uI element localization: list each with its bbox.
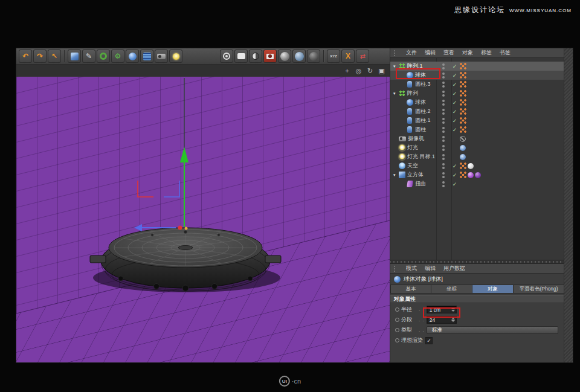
enabled-check-icon[interactable]: ✓ [451, 109, 459, 115]
tab-phong[interactable]: 平滑着色(Phong) [514, 284, 564, 294]
visibility-dots[interactable] [436, 152, 451, 161]
menubar-grip-icon[interactable] [394, 266, 396, 272]
visibility-dots[interactable] [436, 143, 451, 152]
light-tool-icon[interactable] [169, 50, 182, 63]
enabled-check-icon[interactable]: ✓ [451, 181, 459, 187]
deformer-gear-icon[interactable]: ⚙ [111, 50, 124, 63]
phong-tag-icon[interactable] [460, 126, 466, 133]
array-instance-icon[interactable] [140, 50, 153, 63]
viewport-rotate-icon[interactable]: ↻ [366, 66, 375, 76]
enabled-check-icon[interactable]: ✓ [451, 91, 459, 97]
object-properties-section-header[interactable]: 对象属性 [390, 295, 564, 303]
cube-primitive-icon[interactable] [68, 50, 81, 63]
tree-row-bend[interactable]: 扭曲 ✓ [390, 179, 564, 188]
menu-edit[interactable]: 编辑 [425, 49, 436, 57]
render-perfect-checkbox[interactable]: ✓ [425, 337, 433, 344]
expand-arrow-icon[interactable]: ▾ [393, 91, 399, 96]
tree-row-cylinder-1[interactable]: 圆柱.1 ✓ [390, 116, 564, 125]
object-label[interactable]: 天空 [407, 162, 418, 170]
menu-bookmarks[interactable]: 书签 [500, 49, 511, 57]
enabled-check-icon[interactable]: ✓ [451, 82, 459, 88]
material-sphere-blue-icon[interactable] [292, 50, 306, 63]
object-label[interactable]: 圆柱.3 [415, 80, 431, 88]
stepper-icon[interactable] [451, 318, 455, 322]
visibility-dots[interactable] [436, 89, 451, 98]
menu-user-data[interactable]: 用户数据 [443, 265, 465, 272]
phong-tag-icon[interactable] [460, 162, 466, 169]
visibility-dots[interactable] [436, 134, 451, 143]
type-dropdown[interactable]: 标准 [427, 326, 558, 334]
tree-row-camera[interactable]: 摄像机 [390, 134, 564, 143]
tab-coordinates[interactable]: 坐标 [431, 284, 472, 294]
object-label[interactable]: 立方体 [407, 171, 424, 179]
texture-tag-icon[interactable] [468, 163, 474, 169]
camera-tool-icon[interactable] [155, 50, 168, 63]
object-label[interactable]: 灯光 [407, 144, 418, 152]
viewport-pan-icon[interactable]: + [343, 66, 352, 76]
enabled-check-icon[interactable]: ✓ [451, 163, 459, 169]
panel-splitter[interactable] [390, 260, 564, 264]
enabled-check-icon[interactable]: ✓ [451, 100, 459, 106]
tab-object[interactable]: 对象 [472, 284, 514, 294]
phong-tag-icon[interactable] [460, 172, 466, 178]
window-right-grip[interactable] [564, 48, 573, 362]
viewport-toggle-icon[interactable]: ▣ [377, 66, 386, 76]
object-label[interactable]: 圆柱.1 [415, 117, 431, 124]
phong-tag-icon[interactable] [460, 63, 466, 69]
menu-edit-attr[interactable]: 编辑 [425, 265, 436, 272]
phong-tag-icon[interactable] [460, 90, 466, 97]
object-label[interactable]: 灯光.目标.1 [407, 153, 435, 161]
tab-basic[interactable]: 基本 [390, 284, 431, 294]
viewport-canvas[interactable] [16, 77, 390, 362]
tree-row-sky[interactable]: 天空 ✓ [390, 161, 564, 170]
tree-row-light-target[interactable]: 灯光.目标.1 [390, 152, 564, 161]
coordinate-system-icon[interactable]: X [341, 50, 355, 63]
tree-row-sphere-2[interactable]: 球体 ✓ [390, 98, 564, 107]
undo-icon[interactable]: ↶ [19, 50, 32, 63]
visibility-dots[interactable] [436, 98, 451, 107]
material-sphere-gray-icon[interactable] [278, 50, 291, 63]
render-region-icon[interactable] [234, 50, 248, 63]
visibility-dots[interactable] [436, 170, 451, 179]
axis-swap-icon[interactable]: ⇄ [356, 50, 369, 63]
phong-tag-icon[interactable] [460, 117, 466, 124]
render-view-icon[interactable] [220, 50, 233, 63]
generator-icon[interactable] [97, 50, 110, 63]
enabled-check-icon[interactable]: ✓ [451, 118, 459, 124]
visibility-dots[interactable] [436, 179, 451, 188]
interactive-render-icon[interactable] [263, 50, 277, 63]
render-settings-icon[interactable] [249, 50, 262, 63]
menu-file[interactable]: 文件 [406, 49, 417, 57]
expand-arrow-icon[interactable]: ▾ [393, 173, 399, 178]
enabled-check-icon[interactable]: ✓ [451, 63, 459, 69]
visibility-dots[interactable] [436, 161, 451, 170]
phong-tag-icon[interactable] [460, 72, 466, 79]
menu-tags[interactable]: 标签 [481, 49, 492, 57]
object-label[interactable]: 圆柱 [415, 126, 426, 133]
menu-view[interactable]: 查看 [443, 49, 454, 57]
visibility-dots[interactable] [436, 107, 451, 116]
menu-object[interactable]: 对象 [462, 49, 473, 57]
live-selection-icon[interactable]: ↖ [48, 50, 61, 63]
object-label[interactable]: 扭曲 [415, 180, 426, 188]
texture-tag-icon[interactable] [468, 172, 474, 178]
phong-tag-icon[interactable] [460, 108, 466, 115]
visibility-dots[interactable] [436, 125, 451, 134]
enabled-check-icon[interactable]: ✓ [451, 72, 459, 79]
material-sphere-dark-icon[interactable] [307, 50, 320, 63]
xyz-axis-lock-icon[interactable]: XYZ [327, 50, 340, 63]
tree-row-cube[interactable]: ▾立方体 ✓ [390, 170, 564, 179]
enabled-check-icon[interactable]: ✓ [451, 127, 459, 133]
object-label[interactable]: 摄像机 [408, 135, 424, 143]
tree-row-cylinder-3[interactable]: 圆柱.3 ✓ [390, 80, 564, 89]
enabled-check-icon[interactable]: ✓ [451, 172, 459, 178]
menubar-grip-icon[interactable] [394, 50, 396, 56]
phong-tag-icon[interactable] [460, 81, 466, 88]
spline-pen-icon[interactable]: ✎ [82, 50, 95, 63]
object-label[interactable]: 球体 [415, 98, 426, 106]
tree-row-cylinder-2[interactable]: 圆柱.2 ✓ [390, 107, 564, 116]
tree-row-array[interactable]: ▾阵列 ✓ [390, 89, 564, 98]
target-tag-icon[interactable] [460, 154, 466, 160]
target-tag-icon[interactable] [460, 145, 466, 151]
viewport-zoom-icon[interactable]: ◎ [354, 66, 363, 76]
